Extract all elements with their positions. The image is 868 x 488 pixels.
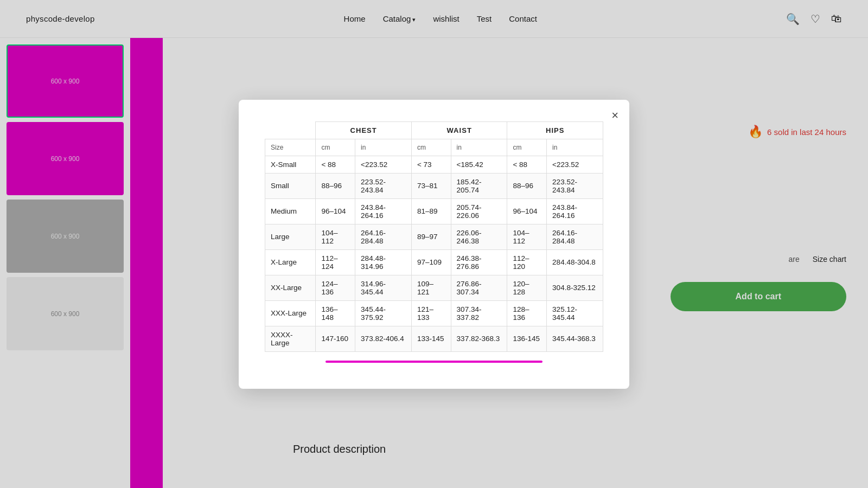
modal-overlay[interactable]: × CHEST WAIST HIPS Size cm in cm in cm i… <box>0 0 868 488</box>
size-chart-table: CHEST WAIST HIPS Size cm in cm in cm in … <box>265 121 603 352</box>
table-row: X-Small< 88<223.52< 73<185.42< 88<223.52 <box>265 156 603 173</box>
table-row: XXXX-Large147-160373.82-406.4133-145337.… <box>265 326 603 351</box>
hips-header: HIPS <box>507 121 603 139</box>
size-chart-modal: × CHEST WAIST HIPS Size cm in cm in cm i… <box>239 100 629 389</box>
table-row: XXX-Large136–148345.44-375.92121–133307.… <box>265 300 603 326</box>
waist-cm-header: cm <box>411 139 451 156</box>
chest-header: CHEST <box>316 121 412 139</box>
size-col-header <box>265 121 316 139</box>
chest-in-header: in <box>355 139 412 156</box>
scroll-indicator <box>326 361 542 363</box>
size-unit-label: Size <box>265 139 316 156</box>
chest-cm-header: cm <box>316 139 355 156</box>
modal-close-button[interactable]: × <box>611 108 618 123</box>
table-row: X-Large112–124284.48-314.9697–109246.38-… <box>265 249 603 275</box>
waist-in-header: in <box>451 139 507 156</box>
table-row: Medium96–104243.84-264.1681–89205.74-226… <box>265 198 603 224</box>
hips-in-header: in <box>547 139 603 156</box>
table-row: Small88–96223.52-243.8473–81185.42-205.7… <box>265 173 603 198</box>
table-row: Large104–112264.16-284.4889–97226.06-246… <box>265 224 603 249</box>
hips-cm-header: cm <box>507 139 547 156</box>
table-row: XX-Large124–136314.96-345.44109–121276.8… <box>265 275 603 300</box>
waist-header: WAIST <box>411 121 507 139</box>
